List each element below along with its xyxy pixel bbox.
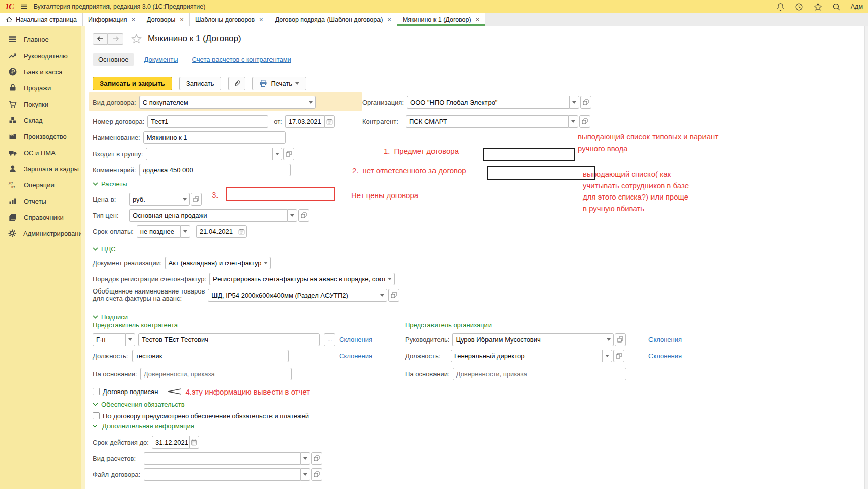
counterparty-combo[interactable]: ПСК СМАРТ (406, 115, 590, 128)
calendar-button[interactable] (324, 115, 335, 128)
open-button[interactable] (311, 452, 322, 465)
generic-name-combo[interactable]: ШД, IP54 2000x600x400мм (Раздел АСУТП2) (208, 289, 399, 302)
declension-link[interactable]: Склонения (339, 336, 372, 344)
from-date-field[interactable]: 17.03.2021 (285, 115, 335, 128)
open-button[interactable] (579, 115, 590, 128)
tab-informatsiya[interactable]: Информация × (83, 13, 141, 26)
notifications-button[interactable] (776, 3, 785, 11)
dropdown-button[interactable] (125, 333, 135, 346)
contract-type-combo[interactable]: С покупателем (139, 96, 316, 109)
comment-input[interactable] (139, 164, 291, 176)
counterparty-position-input[interactable] (132, 350, 289, 362)
sidebar-item-spravochniki[interactable]: Справочники (0, 209, 81, 225)
org-position-combo[interactable]: Генеральный директор (451, 350, 624, 362)
sale-document-combo[interactable]: Акт (накладная) и счет-фактура (165, 257, 271, 269)
open-button[interactable] (298, 209, 309, 222)
section-obligations[interactable]: Обеспечения обязательств (93, 401, 185, 408)
settlement-type-combo[interactable] (144, 452, 322, 465)
sidebar-item-bank-i-kassa[interactable]: Банк и касса (0, 64, 81, 80)
sidebar-item-operatsii[interactable]: ДтКт Операции (0, 177, 81, 193)
section-signatures[interactable]: Подписи (93, 313, 128, 321)
section-vat[interactable]: НДС (93, 245, 116, 253)
payment-term-combo[interactable]: не позднее (137, 225, 190, 238)
dropdown-button[interactable] (180, 225, 190, 238)
contract-signed-checkbox[interactable] (93, 388, 100, 395)
head-combo[interactable]: Цуров Ибрагим Мусостович (452, 333, 626, 346)
attachments-button[interactable] (228, 77, 245, 90)
global-search-button[interactable] (832, 3, 841, 11)
counterparty-basis-input[interactable] (140, 368, 292, 380)
close-icon[interactable]: × (132, 16, 136, 23)
sidebar-item-zarplata-i-kadry[interactable]: Зарплата и кадры (0, 161, 81, 177)
salutation-combo[interactable]: Г-н (93, 333, 135, 346)
dropdown-button[interactable] (569, 96, 579, 109)
dropdown-button[interactable] (180, 193, 190, 206)
contract-number-input[interactable] (147, 115, 268, 128)
vertical-scrollbar[interactable] (864, 26, 868, 489)
dropdown-button[interactable] (385, 273, 395, 285)
dropdown-button[interactable] (306, 96, 316, 109)
favorites-button[interactable] (813, 3, 822, 11)
sidebar-item-sklad[interactable]: Склад (0, 112, 81, 128)
favorite-star-button[interactable] (131, 34, 142, 44)
tab-dogovory[interactable]: Договоры × (141, 13, 190, 26)
section-additional[interactable]: Дополнительная информация (91, 422, 194, 430)
dropdown-button[interactable] (300, 452, 310, 465)
calendar-button[interactable] (237, 225, 247, 238)
focused-collapse-chevron[interactable] (91, 423, 99, 429)
dropdown-button[interactable] (568, 115, 578, 128)
declension-link[interactable]: Склонения (648, 352, 682, 360)
open-button[interactable] (191, 193, 202, 206)
choose-button[interactable]: ... (324, 333, 335, 346)
print-button[interactable]: Печать (252, 77, 306, 90)
calendar-button[interactable] (189, 436, 199, 449)
tab-myakinino-active[interactable]: Мякинино к 1 (Договор) × (397, 13, 485, 26)
sidebar-item-os-i-nma[interactable]: ОС и НМА (0, 144, 81, 161)
declension-link[interactable]: Склонения (648, 336, 682, 344)
dropdown-button[interactable] (272, 148, 282, 160)
nav-settlement-accounts[interactable]: Счета расчетов с контрагентами (192, 56, 291, 63)
section-calculations[interactable]: Расчеты (93, 180, 127, 188)
sidebar-item-glavnoe[interactable]: Главное (0, 31, 81, 47)
sidebar-item-rukovoditelyu[interactable]: Руководителю (0, 47, 81, 64)
nav-main[interactable]: Основное (93, 53, 134, 66)
open-button[interactable] (283, 148, 294, 160)
open-button[interactable] (388, 289, 399, 302)
dropdown-button[interactable] (604, 333, 614, 346)
open-button[interactable] (613, 350, 624, 362)
payment-date-field[interactable]: 21.04.2021 (196, 225, 247, 238)
dropdown-button[interactable] (300, 468, 310, 481)
main-menu-button[interactable] (20, 3, 28, 11)
price-type-combo[interactable]: Основная цена продажи (129, 209, 309, 222)
tab-shablony-dogovorov[interactable]: Шаблоны договоров × (190, 13, 269, 26)
sidebar-item-prodazhi[interactable]: Продажи (0, 80, 81, 96)
invoice-order-combo[interactable]: Регистрировать счета-фактуры на аванс в … (209, 273, 395, 285)
price-in-combo[interactable]: руб. (129, 193, 202, 206)
tab-home[interactable]: Начальная страница (0, 13, 83, 26)
save-and-close-button[interactable]: Записать и закрыть (93, 77, 172, 90)
close-icon[interactable]: × (387, 16, 391, 23)
tab-dogovor-podryada[interactable]: Договор подряда (Шаблон договора) × (269, 13, 397, 26)
back-button[interactable] (93, 33, 108, 45)
history-button[interactable] (795, 3, 803, 11)
counterparty-name-input[interactable] (138, 333, 320, 346)
declension-link[interactable]: Склонения (339, 352, 372, 360)
organization-combo[interactable]: ООО "НПО Глобал Электро" (407, 96, 591, 109)
nav-documents[interactable]: Документы (144, 56, 178, 63)
forward-button[interactable] (108, 33, 123, 45)
close-icon[interactable]: × (259, 16, 263, 23)
contract-file-combo[interactable] (144, 468, 322, 481)
valid-until-field[interactable]: 31.12.2021 (152, 436, 199, 449)
sidebar-item-administrirovanie[interactable]: Администрирование (0, 225, 81, 241)
open-button[interactable] (580, 96, 591, 109)
dropdown-button[interactable] (602, 350, 612, 362)
org-basis-input[interactable] (453, 368, 626, 380)
dropdown-button[interactable] (377, 289, 387, 302)
dropdown-button[interactable] (287, 209, 297, 222)
close-icon[interactable]: × (180, 16, 184, 23)
open-button[interactable] (311, 468, 322, 481)
sidebar-item-otchety[interactable]: Отчеты (0, 193, 81, 209)
sidebar-item-proizvodstvo[interactable]: Производство (0, 128, 81, 144)
current-user[interactable]: Адм (851, 3, 863, 10)
open-button[interactable] (615, 333, 626, 346)
